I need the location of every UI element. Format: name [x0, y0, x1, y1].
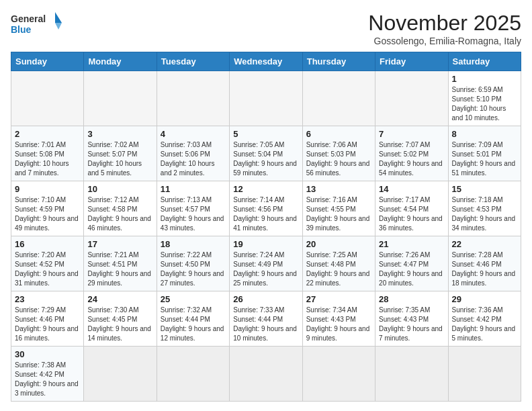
day-info: Sunrise: 7:28 AMSunset: 4:46 PMDaylight:… [452, 250, 517, 288]
calendar-day-cell: 5Sunrise: 7:05 AMSunset: 5:04 PMDaylight… [230, 126, 302, 181]
logo: General Blue [11, 11, 64, 36]
calendar-day-cell [375, 71, 448, 126]
day-number: 27 [306, 294, 371, 304]
weekday-header-row: SundayMondayTuesdayWednesdayThursdayFrid… [11, 52, 521, 71]
calendar-day-cell: 13Sunrise: 7:16 AMSunset: 4:55 PMDayligh… [302, 181, 375, 236]
day-number: 23 [15, 294, 80, 304]
day-info: Sunrise: 7:20 AMSunset: 4:52 PMDaylight:… [15, 250, 80, 288]
day-info: Sunrise: 7:22 AMSunset: 4:50 PMDaylight:… [161, 250, 226, 288]
calendar-day-cell: 15Sunrise: 7:18 AMSunset: 4:53 PMDayligh… [448, 181, 521, 236]
svg-marker-3 [55, 23, 62, 30]
day-info: Sunrise: 7:12 AMSunset: 4:58 PMDaylight:… [87, 195, 152, 233]
day-info: Sunrise: 7:38 AMSunset: 4:42 PMDaylight:… [15, 361, 80, 398]
title-area: November 2025 Gossolengo, Emilia-Romagna… [368, 11, 521, 46]
calendar-day-cell: 23Sunrise: 7:29 AMSunset: 4:46 PMDayligh… [11, 291, 84, 347]
day-number: 15 [452, 184, 517, 194]
day-info: Sunrise: 7:14 AMSunset: 4:56 PMDaylight:… [233, 195, 298, 233]
day-number: 3 [87, 129, 152, 139]
day-info: Sunrise: 6:59 AMSunset: 5:10 PMDaylight:… [452, 85, 517, 123]
day-info: Sunrise: 7:05 AMSunset: 5:04 PMDaylight:… [233, 140, 298, 178]
calendar-day-cell [375, 347, 448, 402]
calendar-day-cell: 20Sunrise: 7:25 AMSunset: 4:48 PMDayligh… [302, 236, 375, 291]
day-number: 29 [452, 294, 517, 304]
day-number: 24 [87, 294, 152, 304]
calendar-day-cell: 28Sunrise: 7:35 AMSunset: 4:43 PMDayligh… [375, 291, 448, 347]
calendar-day-cell: 18Sunrise: 7:22 AMSunset: 4:50 PMDayligh… [157, 236, 229, 291]
calendar-day-cell [302, 347, 375, 402]
day-info: Sunrise: 7:18 AMSunset: 4:53 PMDaylight:… [452, 195, 517, 233]
calendar-day-cell: 11Sunrise: 7:13 AMSunset: 4:57 PMDayligh… [157, 181, 229, 236]
day-number: 18 [161, 239, 226, 249]
day-number: 4 [161, 129, 226, 139]
calendar-day-cell: 30Sunrise: 7:38 AMSunset: 4:42 PMDayligh… [11, 347, 84, 402]
calendar-table: SundayMondayTuesdayWednesdayThursdayFrid… [11, 52, 521, 402]
day-info: Sunrise: 7:02 AMSunset: 5:07 PMDaylight:… [87, 140, 152, 178]
day-number: 17 [87, 239, 152, 249]
day-info: Sunrise: 7:21 AMSunset: 4:51 PMDaylight:… [87, 250, 152, 288]
svg-text:Blue: Blue [11, 24, 32, 35]
calendar-day-cell [302, 71, 375, 126]
calendar-day-cell [448, 347, 521, 402]
day-number: 1 [452, 74, 517, 84]
calendar-day-cell [157, 347, 229, 402]
day-number: 7 [379, 129, 444, 139]
day-number: 10 [87, 184, 152, 194]
calendar-day-cell: 27Sunrise: 7:34 AMSunset: 4:43 PMDayligh… [302, 291, 375, 347]
calendar-day-cell: 6Sunrise: 7:06 AMSunset: 5:03 PMDaylight… [302, 126, 375, 181]
svg-marker-2 [55, 12, 62, 23]
calendar-day-cell: 8Sunrise: 7:09 AMSunset: 5:01 PMDaylight… [448, 126, 521, 181]
calendar-day-cell: 19Sunrise: 7:24 AMSunset: 4:49 PMDayligh… [230, 236, 302, 291]
day-info: Sunrise: 7:13 AMSunset: 4:57 PMDaylight:… [161, 195, 226, 233]
month-title: November 2025 [368, 11, 521, 36]
calendar-day-cell: 16Sunrise: 7:20 AMSunset: 4:52 PMDayligh… [11, 236, 84, 291]
day-number: 6 [306, 129, 371, 139]
weekday-header-sunday: Sunday [11, 52, 84, 71]
day-number: 20 [306, 239, 371, 249]
day-info: Sunrise: 7:16 AMSunset: 4:55 PMDaylight:… [306, 195, 371, 233]
calendar-day-cell: 17Sunrise: 7:21 AMSunset: 4:51 PMDayligh… [84, 236, 157, 291]
calendar-day-cell [84, 347, 157, 402]
day-info: Sunrise: 7:29 AMSunset: 4:46 PMDaylight:… [15, 306, 80, 343]
calendar-day-cell: 14Sunrise: 7:17 AMSunset: 4:54 PMDayligh… [375, 181, 448, 236]
day-info: Sunrise: 7:06 AMSunset: 5:03 PMDaylight:… [306, 140, 371, 178]
weekday-header-wednesday: Wednesday [230, 52, 302, 71]
day-number: 14 [379, 184, 444, 194]
day-number: 12 [233, 184, 298, 194]
day-info: Sunrise: 7:30 AMSunset: 4:45 PMDaylight:… [87, 306, 152, 343]
calendar-day-cell [11, 71, 84, 126]
day-number: 9 [15, 184, 80, 194]
calendar-day-cell: 9Sunrise: 7:10 AMSunset: 4:59 PMDaylight… [11, 181, 84, 236]
calendar-day-cell [157, 71, 229, 126]
calendar-week-row: 23Sunrise: 7:29 AMSunset: 4:46 PMDayligh… [11, 291, 521, 347]
calendar-week-row: 1Sunrise: 6:59 AMSunset: 5:10 PMDaylight… [11, 71, 521, 126]
day-number: 30 [15, 349, 80, 359]
day-info: Sunrise: 7:25 AMSunset: 4:48 PMDaylight:… [306, 250, 371, 288]
day-info: Sunrise: 7:07 AMSunset: 5:02 PMDaylight:… [379, 140, 444, 178]
day-number: 16 [15, 239, 80, 249]
weekday-header-saturday: Saturday [448, 52, 521, 71]
location-subtitle: Gossolengo, Emilia-Romagna, Italy [368, 36, 521, 46]
day-number: 22 [452, 239, 517, 249]
calendar-day-cell: 2Sunrise: 7:01 AMSunset: 5:08 PMDaylight… [11, 126, 84, 181]
day-number: 19 [233, 239, 298, 249]
day-info: Sunrise: 7:33 AMSunset: 4:44 PMDaylight:… [233, 306, 298, 343]
calendar-week-row: 2Sunrise: 7:01 AMSunset: 5:08 PMDaylight… [11, 126, 521, 181]
day-number: 25 [161, 294, 226, 304]
day-info: Sunrise: 7:03 AMSunset: 5:06 PMDaylight:… [161, 140, 226, 178]
day-number: 26 [233, 294, 298, 304]
weekday-header-thursday: Thursday [302, 52, 375, 71]
calendar-day-cell: 21Sunrise: 7:26 AMSunset: 4:47 PMDayligh… [375, 236, 448, 291]
weekday-header-monday: Monday [84, 52, 157, 71]
svg-text:General: General [11, 13, 46, 24]
calendar-day-cell: 22Sunrise: 7:28 AMSunset: 4:46 PMDayligh… [448, 236, 521, 291]
day-info: Sunrise: 7:32 AMSunset: 4:44 PMDaylight:… [161, 306, 226, 343]
day-info: Sunrise: 7:34 AMSunset: 4:43 PMDaylight:… [306, 306, 371, 343]
day-info: Sunrise: 7:26 AMSunset: 4:47 PMDaylight:… [379, 250, 444, 288]
day-number: 5 [233, 129, 298, 139]
day-info: Sunrise: 7:09 AMSunset: 5:01 PMDaylight:… [452, 140, 517, 178]
day-number: 13 [306, 184, 371, 194]
calendar-day-cell [230, 71, 302, 126]
calendar-day-cell: 25Sunrise: 7:32 AMSunset: 4:44 PMDayligh… [157, 291, 229, 347]
generalblue-logo-svg: General Blue [11, 11, 64, 36]
page-header: General Blue November 2025 Gossolengo, E… [11, 11, 521, 46]
